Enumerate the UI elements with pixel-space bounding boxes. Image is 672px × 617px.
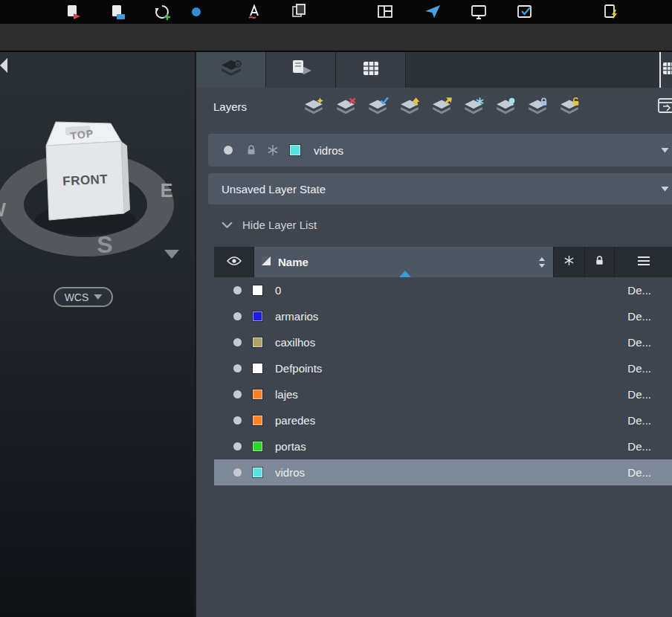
hide-layer-list-label: Hide Layer List — [242, 219, 317, 231]
grid-overflow-icon[interactable] — [662, 62, 672, 78]
layer-on-dot-icon[interactable] — [233, 390, 242, 398]
layers-tab-icon — [219, 58, 243, 82]
delete-layer-icon[interactable] — [335, 97, 357, 116]
layer-state-label: Unsaved Layer State — [222, 183, 326, 196]
compass-south-label[interactable]: S — [97, 231, 112, 258]
main-area: W E S TOP FRONT WCS — [0, 52, 672, 617]
app-window: W E S TOP FRONT WCS — [0, 0, 672, 617]
layer-name: caxilhos — [275, 336, 315, 349]
viewcube[interactable]: W E S TOP FRONT — [0, 52, 195, 617]
layer-linetype: De... — [627, 414, 651, 427]
display-icon[interactable] — [470, 3, 488, 21]
share-icon[interactable] — [424, 3, 442, 21]
layer-on-dot-icon[interactable] — [233, 312, 242, 320]
layer-color-swatch[interactable] — [253, 364, 262, 373]
sort-arrows-icon[interactable] — [538, 256, 546, 268]
layer-color-swatch[interactable] — [253, 468, 262, 477]
wcs-button[interactable]: WCS — [54, 287, 113, 307]
layer-linetype: De... — [627, 310, 651, 323]
layer-name: paredes — [275, 414, 315, 427]
layer-linetype: De... — [627, 466, 651, 479]
layer-off-icon[interactable] — [494, 97, 517, 116]
layer-table-header: Name — [214, 247, 672, 277]
edge-arrow-icon[interactable] — [0, 58, 7, 73]
plot-icon[interactable] — [64, 3, 82, 21]
current-layer-swatch[interactable] — [290, 145, 300, 155]
layer-color-swatch[interactable] — [253, 390, 262, 399]
lock-icon[interactable] — [245, 144, 257, 156]
set-current-layer-icon[interactable] — [366, 97, 389, 116]
layer-on-dot-icon[interactable] — [233, 364, 242, 372]
layer-color-swatch[interactable] — [253, 311, 262, 321]
chevron-down-icon[interactable] — [661, 148, 669, 153]
secondary-toolbar — [0, 24, 672, 52]
viewcube-menu-arrow-icon[interactable] — [164, 250, 179, 259]
freeze-icon[interactable] — [267, 144, 279, 156]
layer-name: Defpoints — [275, 362, 322, 375]
layer-tools — [303, 88, 581, 125]
text-style-icon[interactable] — [245, 3, 263, 21]
compass-west-label[interactable]: W — [0, 199, 6, 220]
quick-view-icon[interactable] — [602, 3, 620, 21]
layer-name: lajes — [275, 388, 298, 401]
layer-state-dropdown[interactable]: Unsaved Layer State — [208, 173, 672, 204]
viewport[interactable]: W E S TOP FRONT WCS — [0, 52, 195, 617]
layer-on-dot-icon[interactable] — [233, 338, 242, 346]
layer-color-swatch[interactable] — [253, 416, 262, 425]
layer-name: vidros — [275, 466, 305, 479]
eye-icon — [227, 256, 242, 269]
layer-on-dot-icon[interactable] — [233, 416, 242, 424]
table-menu-button[interactable] — [615, 247, 672, 277]
anchor-panel-icon[interactable] — [657, 96, 672, 118]
current-layer-name: vidros — [314, 144, 343, 157]
layer-color-swatch[interactable] — [253, 442, 262, 451]
palette-tabstrip — [196, 52, 672, 88]
layer-on-dot-icon[interactable] — [233, 286, 242, 294]
table-tab-icon — [362, 60, 380, 80]
publish-icon[interactable] — [109, 3, 126, 21]
viewcube-front-label: FRONT — [62, 172, 109, 188]
hide-layer-list-toggle[interactable]: Hide Layer List — [222, 212, 672, 237]
column-lock[interactable] — [585, 247, 615, 277]
layer-row-vidros[interactable]: vidros De... — [214, 459, 672, 485]
lock-layer-icon[interactable] — [526, 97, 549, 116]
layer-color-swatch[interactable] — [253, 337, 262, 347]
chevron-down-icon — [222, 222, 233, 228]
current-layer-bar[interactable]: vidros — [208, 134, 672, 167]
layer-on-dot-icon[interactable] — [233, 442, 242, 450]
match-layer-icon[interactable] — [398, 97, 421, 116]
layer-on-dot-icon[interactable] — [224, 146, 233, 155]
tab-layer-states[interactable] — [266, 52, 336, 88]
layer-row-armarios[interactable]: armarios De... — [214, 303, 672, 329]
layer-linetype: De... — [627, 440, 651, 453]
freeze-icon — [563, 255, 575, 269]
layer-row-portas[interactable]: portas De... — [214, 433, 672, 459]
layer-row-0[interactable]: 0 De... — [214, 277, 672, 303]
layers-palette: Layers — [195, 52, 672, 617]
column-freeze[interactable] — [554, 247, 585, 277]
new-layer-icon[interactable] — [303, 97, 325, 116]
compass-east-label[interactable]: E — [161, 180, 173, 201]
chevron-down-icon[interactable] — [661, 187, 669, 192]
etransmit-icon[interactable] — [153, 3, 171, 21]
previous-layer-icon[interactable] — [430, 97, 453, 116]
tab-table[interactable] — [336, 52, 406, 88]
layer-color-swatch[interactable] — [253, 285, 262, 295]
palette-edge-strip — [659, 52, 672, 88]
freeze-layer-icon[interactable] — [462, 97, 485, 116]
unlock-layer-icon[interactable] — [558, 97, 581, 116]
viewports-icon[interactable] — [376, 3, 394, 21]
tab-layers[interactable] — [196, 52, 266, 88]
record-dot-icon[interactable] — [187, 3, 205, 21]
layer-row-paredes[interactable]: paredes De... — [214, 407, 672, 433]
page-setup-icon[interactable] — [290, 3, 308, 21]
layer-row-caxilhos[interactable]: caxilhos De... — [214, 329, 672, 355]
palette-header: Layers — [196, 88, 672, 125]
layer-row-defpoints[interactable]: Defpoints De... — [214, 355, 672, 381]
top-toolbar — [0, 0, 672, 24]
check-window-icon[interactable] — [516, 3, 534, 21]
layer-on-dot-icon[interactable] — [233, 468, 242, 477]
layer-linetype: De... — [627, 336, 651, 349]
column-visibility[interactable] — [214, 247, 254, 277]
layer-row-lajes[interactable]: lajes De... — [214, 381, 672, 407]
